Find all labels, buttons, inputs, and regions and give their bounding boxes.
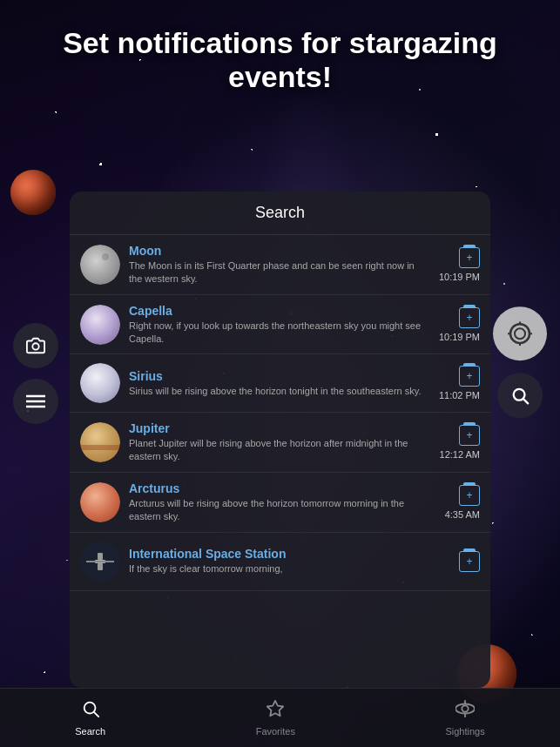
list-item[interactable]: International Space Station If the sky i… [70,533,490,591]
list-item[interactable]: Sirius Sirius will be rising above the h… [70,354,490,413]
moon-desc: The Moon is in its First Quarter phase a… [129,259,430,286]
svg-marker-18 [267,701,283,716]
moon-time: 10:19 PM [439,272,480,282]
scope-button[interactable] [493,306,547,360]
tab-sightings-label: Sightings [445,726,484,737]
menu-button[interactable] [13,379,58,424]
arcturus-desc: Arcturus will be rising above the horizo… [129,497,436,523]
search-icon [510,386,530,405]
planet-mars-top [10,170,56,215]
tab-search[interactable]: Search [57,692,123,744]
jupiter-name: Jupiter [129,421,431,435]
sirius-desc: Sirius will be rising above the horizon … [129,385,430,398]
capella-image [80,305,120,345]
svg-line-11 [523,399,528,403]
iss-calendar-icon[interactable]: + [459,551,480,572]
moon-name: Moon [129,244,430,258]
menu-icon [26,394,45,408]
svg-point-0 [32,343,38,349]
svg-rect-14 [98,553,103,560]
tab-bar: Search Favorites Sightings [0,688,560,747]
svg-rect-15 [98,563,103,570]
search-right-button[interactable] [497,373,543,418]
left-sidebar [13,323,58,424]
iss-image [80,542,120,582]
moon-image [80,245,120,285]
sirius-name: Sirius [129,369,430,383]
arcturus-calendar-icon[interactable]: + [459,485,480,506]
arcturus-time: 4:35 AM [445,509,480,520]
capella-calendar-icon[interactable]: + [459,307,480,328]
iss-name: International Space Station [129,547,450,561]
list-item[interactable]: Capella Right now, if you look up toward… [70,295,490,355]
sirius-time: 11:02 PM [439,390,480,400]
svg-point-19 [462,705,468,711]
list-item[interactable]: Arcturus Arcturus will be rising above t… [70,473,490,533]
camera-icon [26,336,45,355]
capella-time: 10:19 PM [439,332,480,342]
moon-calendar-icon[interactable]: + [459,247,480,268]
header-title: Set notifications for stargazing events! [0,26,560,94]
arcturus-content: Arcturus Arcturus will be rising above t… [129,481,436,523]
tab-search-label: Search [75,726,105,737]
arcturus-name: Arcturus [129,481,436,495]
jupiter-right: + 12:12 AM [440,425,480,460]
jupiter-desc: Planet Jupiter will be rising above the … [129,437,431,463]
jupiter-time: 12:12 AM [440,449,480,460]
list-item[interactable]: Jupiter Planet Jupiter will be rising ab… [70,413,490,473]
jupiter-calendar-icon[interactable]: + [459,425,480,446]
capella-name: Capella [129,304,430,318]
svg-line-17 [94,712,98,717]
capella-right: + 10:19 PM [439,307,480,342]
search-list: Moon The Moon is in its First Quarter ph… [70,235,490,688]
arcturus-image [80,482,120,522]
svg-rect-13 [86,561,114,562]
right-sidebar [493,306,547,418]
sirius-image [80,363,120,403]
iss-svg-icon [86,553,114,570]
moon-right: + 10:19 PM [439,247,480,282]
tab-sightings[interactable]: Sightings [428,692,502,744]
sirius-right: + 11:02 PM [439,366,480,400]
sirius-content: Sirius Sirius will be rising above the h… [129,369,430,398]
search-panel-title: Search [70,192,490,235]
camera-button[interactable] [13,323,58,368]
capella-desc: Right now, if you look up towards the no… [129,320,430,346]
jupiter-content: Jupiter Planet Jupiter will be rising ab… [129,421,431,463]
search-tab-icon [81,699,100,723]
tab-favorites[interactable]: Favorites [239,692,313,744]
iss-right: + [459,551,480,572]
arcturus-right: + 4:35 AM [445,485,480,520]
moon-content: Moon The Moon is in its First Quarter ph… [129,244,430,286]
scope-icon [508,321,532,346]
sightings-tab-icon [455,699,475,723]
sirius-calendar-icon[interactable]: + [459,366,480,387]
list-item[interactable]: Moon The Moon is in its First Quarter ph… [70,235,490,295]
jupiter-image [80,422,120,462]
iss-desc: If the sky is clear tomorrow morning, [129,562,450,575]
iss-content: International Space Station If the sky i… [129,547,450,575]
capella-content: Capella Right now, if you look up toward… [129,304,430,346]
tab-favorites-label: Favorites [256,726,295,737]
iss-thumbnail [80,542,120,582]
svg-point-5 [515,328,525,339]
favorites-tab-icon [266,699,285,723]
search-panel: Search Moon The Moon is in its First Qua… [70,192,490,688]
